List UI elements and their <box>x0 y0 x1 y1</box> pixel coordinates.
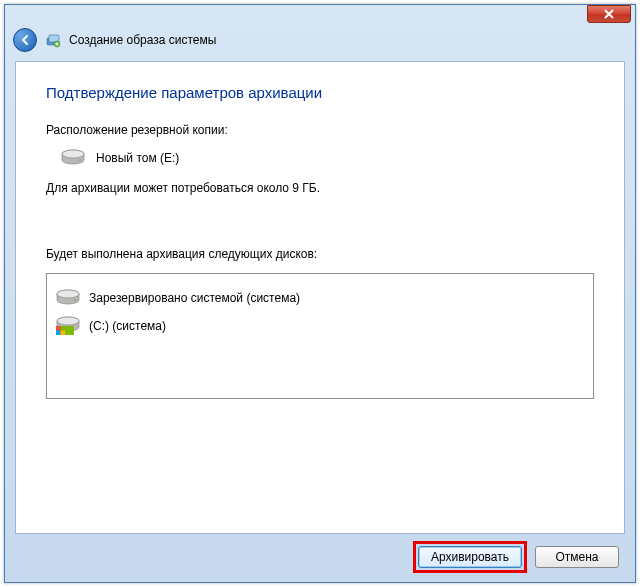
svg-rect-16 <box>61 331 66 336</box>
disk-row: (C:) (система) <box>55 312 585 340</box>
title-bar <box>5 5 635 25</box>
size-estimate-text: Для архивации может потребоваться около … <box>46 181 594 195</box>
svg-point-5 <box>79 159 81 161</box>
disk-name: Зарезервировано системой (система) <box>89 291 300 305</box>
svg-rect-13 <box>56 326 61 331</box>
disks-list-label: Будет выполнена архивация следующих диск… <box>46 247 594 261</box>
cancel-button[interactable]: Отмена <box>535 546 619 568</box>
primary-button-highlight: Архивировать <box>413 541 527 573</box>
close-button[interactable] <box>587 5 631 23</box>
start-backup-button[interactable]: Архивировать <box>418 546 522 568</box>
window-title: Создание образа системы <box>69 33 216 47</box>
content-panel: Подтверждение параметров архивации Распо… <box>15 61 625 534</box>
disk-row: Зарезервировано системой (система) <box>55 284 585 312</box>
page-heading: Подтверждение параметров архивации <box>46 84 594 101</box>
backup-destination-name: Новый том (E:) <box>96 151 179 165</box>
svg-point-10 <box>57 317 79 325</box>
disk-name: (C:) (система) <box>89 319 166 333</box>
svg-rect-12 <box>65 326 74 335</box>
svg-point-8 <box>74 299 76 301</box>
wizard-window: Создание образа системы Подтверждение па… <box>4 4 636 583</box>
disks-list: Зарезервировано системой (система) <box>46 273 594 399</box>
arrow-left-icon <box>18 33 32 47</box>
backup-app-icon <box>45 32 61 48</box>
svg-point-7 <box>57 290 79 298</box>
close-icon <box>603 9 615 19</box>
hard-drive-icon <box>60 149 86 167</box>
nav-bar: Создание образа системы <box>5 25 635 55</box>
svg-rect-15 <box>56 331 61 336</box>
svg-point-4 <box>62 150 84 158</box>
back-button[interactable] <box>13 28 37 52</box>
svg-rect-14 <box>61 326 66 331</box>
backup-destination-row: Новый том (E:) <box>60 149 594 167</box>
button-footer: Архивировать Отмена <box>15 540 625 574</box>
hard-drive-icon <box>55 289 81 307</box>
backup-location-label: Расположение резервной копии: <box>46 123 594 137</box>
system-drive-icon <box>55 317 81 335</box>
